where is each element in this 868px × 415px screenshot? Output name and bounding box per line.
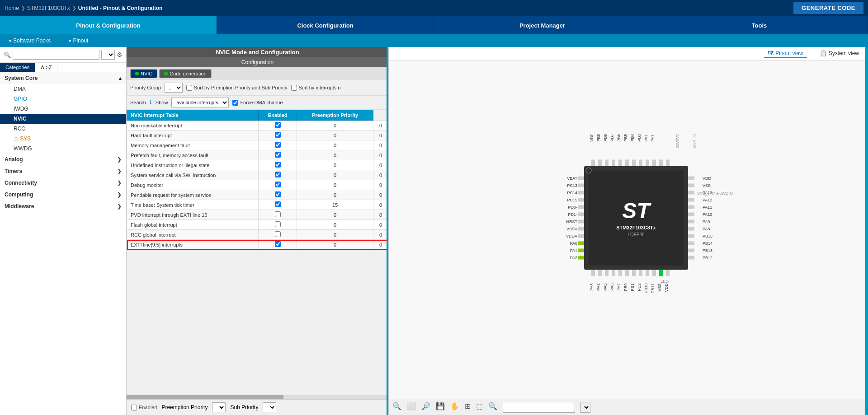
tab-pinout-configuration[interactable]: Pinout & Configuration: [0, 16, 217, 34]
interrupt-enabled-checkbox[interactable]: [275, 191, 281, 197]
interrupt-enabled-cell[interactable]: [259, 210, 297, 220]
breadcrumb-board[interactable]: STM32F103C8Tx: [27, 5, 70, 11]
sidebar-search-dropdown[interactable]: [101, 50, 115, 60]
save-button[interactable]: 💾: [436, 402, 445, 413]
nvic-horizontal-scrollbar[interactable]: [127, 395, 388, 399]
view-tab-pinout[interactable]: 🗺 Pinout view: [764, 49, 807, 58]
table-row[interactable]: Flash global interrupt00: [127, 220, 388, 230]
sidebar-item-dma[interactable]: DMA: [0, 84, 126, 94]
sidebar-section-analog[interactable]: Analog ❯: [0, 154, 126, 165]
sidebar-section-computing[interactable]: Computing ❯: [0, 189, 126, 201]
interrupt-enabled-checkbox[interactable]: [275, 231, 281, 237]
sidebar-search-input[interactable]: [13, 50, 99, 60]
preemption-priority-dropdown[interactable]: [212, 402, 226, 412]
sidebar-item-iwdg[interactable]: IWDG: [0, 104, 126, 114]
interrupt-enabled-cell[interactable]: [259, 140, 297, 150]
view-tab-system[interactable]: 📋 System view: [816, 49, 863, 58]
sidebar-item-nvic[interactable]: NVIC: [0, 114, 126, 124]
table-row[interactable]: Prefetch fault, memory access fault00: [127, 150, 388, 160]
right-panel-edge[interactable]: [865, 47, 868, 415]
priority-group-dropdown[interactable]: ...: [165, 83, 183, 93]
sidebar-item-gpio[interactable]: GPIO: [0, 94, 126, 104]
sidebar-item-wwdg[interactable]: WWDG: [0, 144, 126, 154]
table-row[interactable]: Debug monitor00: [127, 180, 388, 190]
settings-icon[interactable]: ⚙: [117, 51, 123, 58]
interrupt-enabled-checkbox[interactable]: [275, 221, 281, 227]
interrupt-enabled-checkbox[interactable]: [275, 172, 281, 177]
tab-project-manager[interactable]: Project Manager: [434, 16, 651, 34]
panel-resize-handle[interactable]: [387, 47, 388, 415]
interrupt-enabled-checkbox[interactable]: [275, 132, 281, 138]
move-tool-button[interactable]: ✋: [450, 402, 459, 413]
svg-text:PA3: PA3: [590, 283, 594, 290]
interrupt-enabled-cell[interactable]: [259, 121, 297, 131]
table-row[interactable]: PVD interrupt through EXTI line 1600: [127, 210, 388, 220]
table-row[interactable]: Memory management fault00: [127, 140, 388, 150]
interrupt-enabled-cell[interactable]: [259, 220, 297, 230]
svg-text:SYS_JTCK-SWCLK: SYS_JTCK-SWCLK: [693, 134, 697, 148]
table-row[interactable]: Time base: System tick timer150: [127, 200, 388, 210]
sidebar-section-middleware[interactable]: Middleware ❯: [0, 201, 126, 212]
nvic-scrollbar-handle[interactable]: [127, 395, 283, 399]
sort-premption-checkbox[interactable]: [186, 85, 192, 91]
table-row[interactable]: Non maskable interrupt00: [127, 121, 388, 131]
sub-tab-software-packs[interactable]: ▾ Software Packs: [0, 34, 60, 47]
nvic-tab-code-generation[interactable]: Code generation: [159, 69, 211, 78]
sidebar-section-timers[interactable]: Timers ❯: [0, 165, 126, 177]
zoom-in-button[interactable]: 🔍: [392, 402, 401, 413]
sub-priority-dropdown[interactable]: [263, 402, 276, 412]
interrupt-enabled-cell[interactable]: [259, 160, 297, 170]
table-row[interactable]: RCC global interrupt00: [127, 230, 388, 240]
pinout-label: Pinout: [73, 37, 88, 44]
interrupt-enabled-cell[interactable]: [259, 240, 297, 250]
interrupt-enabled-cell[interactable]: [259, 150, 297, 160]
table-row[interactable]: System service call via SWI instruction0…: [127, 170, 388, 180]
area-zoom-button[interactable]: ⬚: [476, 402, 483, 413]
table-row[interactable]: Hard fault interrupt00: [127, 131, 388, 140]
interrupt-enabled-cell[interactable]: [259, 131, 297, 140]
sort-interrupts-checkbox[interactable]: [291, 85, 297, 91]
interrupt-preemption-cell: 0: [297, 160, 373, 170]
interrupt-enabled-cell[interactable]: [259, 190, 297, 200]
connectivity-label: Connectivity: [5, 180, 37, 186]
breadcrumb-home[interactable]: Home: [5, 5, 19, 11]
fit-view-button[interactable]: ⬜: [407, 402, 416, 413]
show-interrupts-dropdown[interactable]: available interrupts: [171, 98, 229, 107]
interrupt-enabled-checkbox[interactable]: [275, 201, 281, 207]
interrupt-enabled-checkbox[interactable]: [275, 241, 281, 247]
toolbar-search-dropdown[interactable]: [580, 402, 590, 413]
nvic-tab-nvic[interactable]: NVIC: [130, 69, 157, 78]
interrupt-sub-cell: 0: [373, 180, 388, 190]
interrupt-enabled-checkbox[interactable]: [275, 142, 281, 148]
interrupt-enabled-cell[interactable]: [259, 170, 297, 180]
search-icon: 🔍: [4, 51, 11, 58]
interrupt-enabled-checkbox[interactable]: [275, 152, 281, 158]
chip-search-input[interactable]: [503, 402, 575, 413]
sidebar-section-system-core[interactable]: System Core ▴: [0, 72, 126, 84]
bottom-enabled-checkbox[interactable]: [131, 405, 137, 410]
sidebar-item-rcc[interactable]: RCC: [0, 124, 126, 134]
interrupt-enabled-cell[interactable]: [259, 230, 297, 240]
tab-clock-configuration[interactable]: Clock Configuration: [217, 16, 434, 34]
nvic-table-container[interactable]: NVIC Interrupt Table Enabled Preemption …: [127, 110, 388, 395]
sidebar-item-sys[interactable]: SYS: [0, 134, 126, 144]
generate-code-button[interactable]: GENERATE CODE: [793, 2, 863, 14]
interrupt-enabled-checkbox[interactable]: [275, 182, 281, 187]
interrupt-enabled-checkbox[interactable]: [275, 122, 281, 128]
filter-tab-categories[interactable]: Categories: [0, 63, 35, 72]
table-row[interactable]: EXTI line[9:5] interrupts00: [127, 240, 388, 250]
grid-button[interactable]: ⊞: [465, 402, 471, 413]
interrupt-enabled-checkbox[interactable]: [275, 211, 281, 217]
tab-tools[interactable]: Tools: [651, 16, 868, 34]
sidebar-section-connectivity[interactable]: Connectivity ❯: [0, 177, 126, 189]
interrupt-enabled-checkbox[interactable]: [275, 162, 281, 168]
interrupt-enabled-cell[interactable]: [259, 200, 297, 210]
interrupt-enabled-cell[interactable]: [259, 180, 297, 190]
table-row[interactable]: Pendable request for system service00: [127, 190, 388, 200]
svg-rect-86: [688, 205, 694, 209]
force-dma-checkbox[interactable]: [232, 100, 238, 106]
sub-tab-pinout[interactable]: ▾ Pinout: [60, 34, 97, 47]
zoom-out-button[interactable]: 🔎: [421, 402, 430, 413]
table-row[interactable]: Undefined instruction or illegal state00: [127, 160, 388, 170]
filter-tab-az[interactable]: A->Z: [35, 63, 57, 72]
